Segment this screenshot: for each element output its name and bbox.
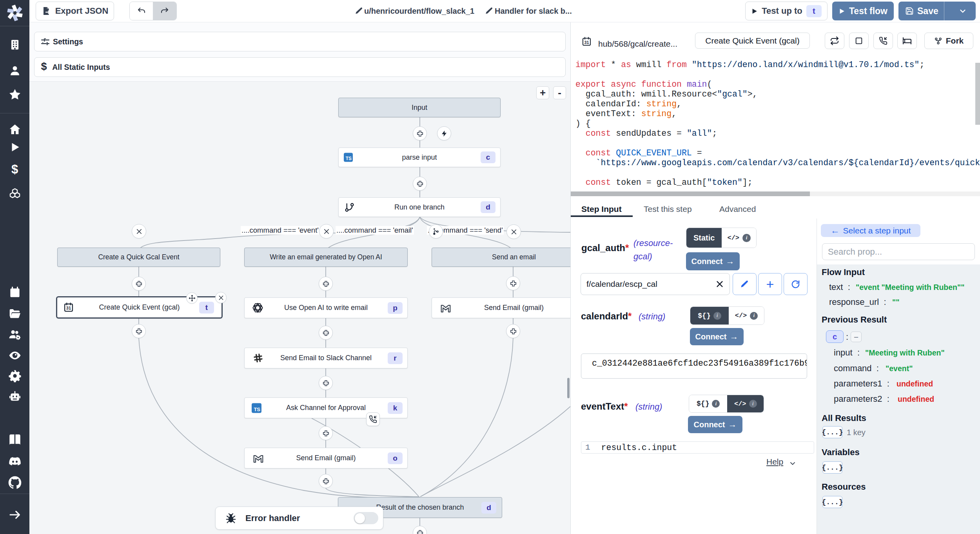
svg-text:31: 31 (584, 40, 589, 45)
